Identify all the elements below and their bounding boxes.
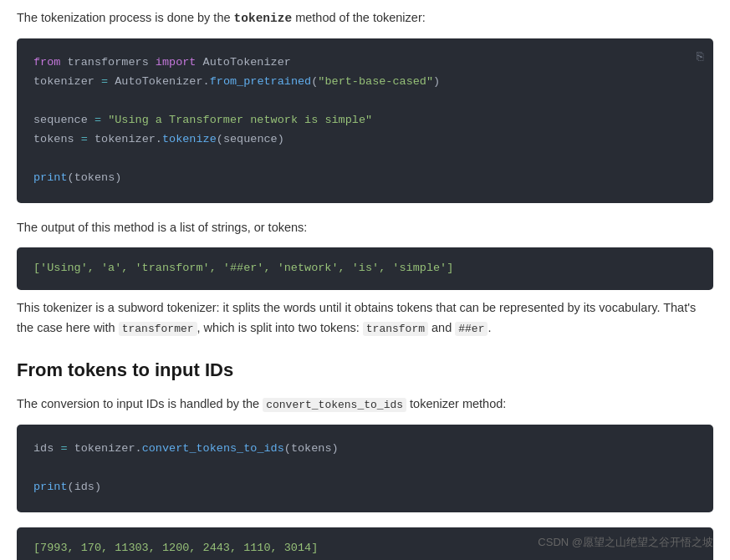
intro-text-before: The tokenization process is done by the — [17, 11, 234, 24]
transformer-code: transformer — [119, 322, 197, 336]
transform-code: transform — [363, 322, 428, 336]
subword-text-4: . — [488, 321, 491, 334]
footer-credit: CSDN @愿望之山绝望之谷开悟之坡 — [538, 534, 713, 552]
code-block-2: ids = tokenizer.convert_tokens_to_ids(to… — [17, 425, 713, 512]
page-container: The tokenization process is done by the … — [0, 0, 730, 560]
conversion-text-1: The conversion to input IDs is handled b… — [17, 397, 263, 410]
convert-tokens-code: convert_tokens_to_ids — [263, 398, 406, 412]
tokenize-method-code: tokenize — [234, 12, 293, 25]
subword-text-3: and — [428, 321, 455, 334]
copy-icon[interactable]: ⎘ — [697, 47, 703, 65]
output-description: The output of this method is a list of s… — [17, 218, 713, 237]
conversion-description: The conversion to input IDs is handled b… — [17, 395, 713, 415]
intro-paragraph: The tokenization process is done by the … — [17, 8, 713, 28]
tokens-output-content: ['Using', 'a', 'transform', '##er', 'net… — [33, 259, 697, 278]
subword-description: This tokenizer is a subword tokenizer: i… — [17, 298, 713, 339]
subword-text-2: , which is split into two tokens: — [197, 321, 363, 334]
intro-text-after: method of the tokenizer: — [292, 11, 426, 24]
conversion-text-2: tokenizer method: — [406, 397, 506, 410]
code-block-1-content: from transformers import AutoTokenizer t… — [33, 53, 697, 188]
tokens-output-block: ['Using', 'a', 'transform', '##er', 'net… — [17, 247, 713, 290]
section-heading: From tokens to input IDs — [17, 355, 713, 384]
hashes-er-code: ##er — [455, 322, 488, 336]
code-block-1: ⎘ from transformers import AutoTokenizer… — [17, 38, 713, 203]
code-block-2-content: ids = tokenizer.convert_tokens_to_ids(to… — [33, 440, 697, 497]
